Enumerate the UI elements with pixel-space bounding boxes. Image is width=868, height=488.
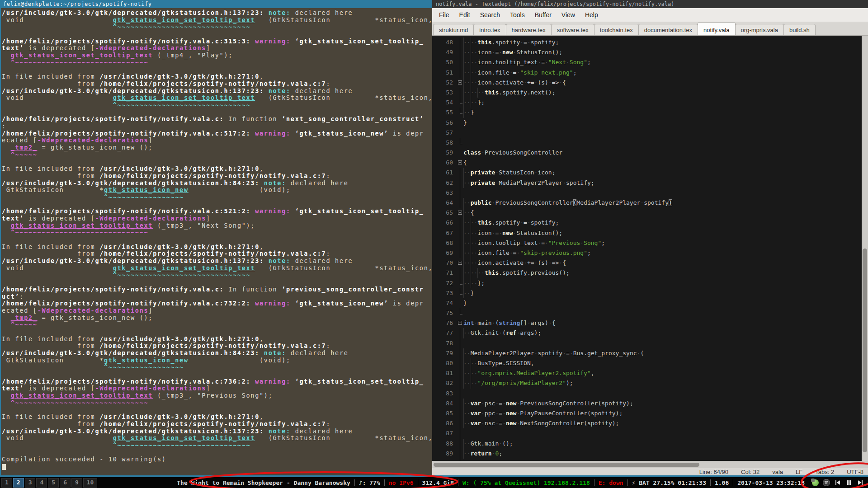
- code-line: 65··{: [432, 208, 862, 218]
- fold-marker-icon[interactable]: [458, 318, 463, 328]
- code-text: ····"org.mpris.MediaPlayer2.spotify",: [463, 368, 594, 378]
- status-block: E: down: [599, 479, 623, 486]
- green-app-tray-icon[interactable]: [811, 479, 819, 487]
- fold-marker-icon[interactable]: [458, 258, 463, 268]
- code-text: ····this.spotify·=·spotify;: [463, 218, 559, 228]
- line-number: 85: [432, 408, 458, 418]
- terminal-output[interactable]: /usr/include/gtk-3.0/gtk/deprecated/gtks…: [1, 8, 432, 470]
- terminal-line: from /home/felix/projects/spotify-notify…: [2, 173, 432, 180]
- fold-marker-icon[interactable]: [458, 78, 463, 88]
- code-text: ····icon.activate·+=·(s)·=>·{: [463, 258, 566, 268]
- code-text: ····BusType.SESSION,: [463, 358, 534, 368]
- code-text: }: [463, 298, 467, 308]
- terminal-line: In file included from /usr/include/gtk-3…: [2, 336, 432, 343]
- horizontal-scrollbar[interactable]: [432, 461, 868, 468]
- menu-help[interactable]: Help: [580, 9, 603, 21]
- line-number: 72: [432, 278, 458, 288]
- media-pause-icon[interactable]: [845, 479, 853, 487]
- terminal-line: void gtk_status_icon_set_tooltip_text (G…: [2, 94, 432, 102]
- spotify-tray-icon[interactable]: [822, 479, 830, 487]
- code-editor[interactable]: 48····this.spotify·=·spotify;49····icon·…: [432, 36, 862, 461]
- code-text: ··private·MediaPlayer2Player·spotify;: [463, 178, 594, 188]
- fold-margin: [458, 389, 463, 399]
- menu-view[interactable]: View: [557, 9, 580, 21]
- code-line: 55··}: [432, 108, 862, 117]
- code-text: ··var·nsc·=·new·NextSongController(spoti…: [463, 418, 619, 428]
- fold-marker-icon[interactable]: [458, 158, 463, 168]
- line-number: 82: [432, 378, 458, 388]
- menu-buffer[interactable]: Buffer: [530, 9, 557, 21]
- textadept-titlebar[interactable]: notify.vala - Textadept (/home/felix/pro…: [432, 0, 868, 8]
- menu-search[interactable]: Search: [475, 9, 505, 21]
- fold-margin: [458, 288, 463, 298]
- code-text: ····};: [463, 278, 485, 288]
- menubar: FileEditSearchToolsBufferViewHelp: [432, 8, 868, 22]
- code-line: 72····};: [432, 278, 862, 288]
- media-prev-icon[interactable]: [834, 479, 842, 487]
- terminal-line: GtkStatusIcon *gtk_status_icon_new (void…: [2, 187, 432, 194]
- code-text: ··MediaPlayer2Player·spotify·=·Bus.get_p…: [463, 348, 644, 358]
- workspace-button-6[interactable]: 6: [60, 478, 71, 488]
- menu-edit[interactable]: Edit: [454, 9, 475, 21]
- status-block: ⚡ BAT 27.15% 01:21:33: [632, 479, 706, 486]
- fold-margin: [458, 57, 463, 67]
- terminal-titlebar[interactable]: felix@denkplatte:~/projects/spotify-noti…: [1, 0, 432, 8]
- vertical-scrollbar-thumb[interactable]: [863, 249, 867, 453]
- tab-documentation.tex[interactable]: documentation.tex: [638, 24, 698, 35]
- fold-margin: [458, 248, 463, 258]
- workspace-button-3[interactable]: 3: [25, 478, 36, 488]
- tab-notify.vala[interactable]: notify.vala: [698, 22, 736, 35]
- terminal-line: gtk_status_icon_set_tooltip_text (_tmp3_…: [2, 222, 432, 230]
- workspace-button-5[interactable]: 5: [48, 478, 59, 488]
- tab-struktur.md[interactable]: struktur.md: [433, 24, 474, 35]
- terminal-line: [2, 31, 432, 38]
- line-number: 67: [432, 228, 458, 238]
- status-field: Tabs: 2: [815, 469, 834, 475]
- terminal-line: /home/felix/projects/spotify-notify/noti…: [2, 116, 432, 123]
- code-text: ····icon·=·new·StatusIcon();: [463, 228, 562, 238]
- fold-margin: [458, 278, 463, 288]
- code-line: 81····"org.mpris.MediaPlayer2.spotify",: [432, 368, 862, 378]
- i3bar: 123456910 The Wight to Remain Shopkeeper…: [0, 477, 868, 488]
- terminal-line: /usr/include/gtk-3.0/gtk/deprecated/gtks…: [2, 350, 432, 357]
- block-separator: [710, 479, 711, 486]
- horizontal-scrollbar-thumb[interactable]: [434, 463, 699, 467]
- status-block: no IPv6: [389, 479, 414, 486]
- line-number: 62: [432, 178, 458, 188]
- terminal-line: /home/felix/projects/spotify-notify/noti…: [2, 38, 432, 45]
- workspace-button-9[interactable]: 9: [71, 478, 82, 488]
- editor-statusbar: Line: 64/90Col: 32valaLFTabs: 2UTF-8: [432, 468, 868, 475]
- workspace-button-2[interactable]: 2: [13, 478, 24, 488]
- code-text: ····icon.activate·+=·(s)·=>·{: [463, 78, 566, 88]
- terminal-line: /home/felix/projects/spotify-notify/noti…: [2, 208, 432, 215]
- code-text: ··var·ppc·=·new·PlayPauseController(spot…: [463, 408, 623, 418]
- line-number: 64: [432, 198, 458, 208]
- vertical-scrollbar[interactable]: [862, 36, 868, 461]
- media-next-icon[interactable]: [856, 479, 864, 487]
- terminal-line: In file included from /usr/include/gtk-3…: [2, 244, 432, 251]
- line-number: 77: [432, 328, 458, 338]
- block-separator: [384, 479, 385, 486]
- tab-hardware.tex[interactable]: hardware.tex: [506, 24, 552, 35]
- textadept-window: notify.vala - Textadept (/home/felix/pro…: [432, 0, 868, 475]
- status-block: 312.4 GiB: [422, 479, 454, 486]
- fold-marker-icon[interactable]: [458, 208, 463, 218]
- workspace-button-1[interactable]: 1: [1, 478, 12, 488]
- tab-software.tex[interactable]: software.tex: [551, 24, 594, 35]
- tab-org-mpris.vala[interactable]: org-mpris.vala: [735, 24, 784, 35]
- workspace-button-4[interactable]: 4: [36, 478, 47, 488]
- code-line: 75: [432, 308, 862, 318]
- fold-margin: [458, 378, 463, 388]
- tab-build.sh[interactable]: build.sh: [783, 24, 816, 35]
- line-number: 56: [432, 118, 458, 128]
- menu-tools[interactable]: Tools: [505, 9, 530, 21]
- terminal-line: _tmp2_ = gtk_status_icon_new ();: [2, 144, 432, 151]
- terminal-line: uct’:: [2, 293, 432, 300]
- fold-margin: [458, 218, 463, 228]
- tab-toolchain.tex[interactable]: toolchain.tex: [594, 24, 639, 35]
- tab-intro.tex[interactable]: intro.tex: [473, 24, 506, 35]
- menu-file[interactable]: File: [434, 9, 454, 21]
- line-number: 53: [432, 88, 458, 98]
- workspace-button-10[interactable]: 10: [83, 478, 98, 488]
- code-line: 85··var·ppc·=·new·PlayPauseController(sp…: [432, 408, 862, 418]
